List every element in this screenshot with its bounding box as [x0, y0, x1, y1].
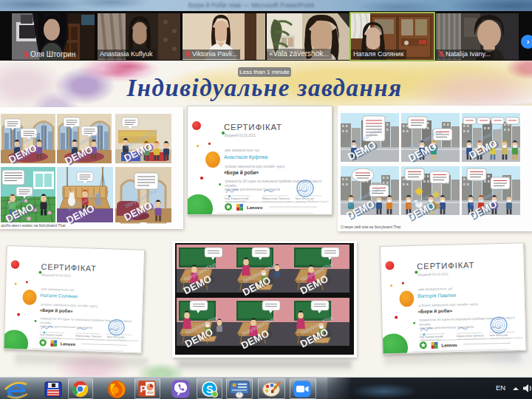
svg-text:керівниця експертної групи: керівниця експертної групи	[262, 200, 292, 203]
svg-text:Lenovo: Lenovo	[441, 343, 457, 348]
svg-text:Створи свій ком на Storyboard: Створи свій ком на Storyboard That	[341, 225, 401, 229]
svg-text:директор ТОВ Леново Україна: директор ТОВ Леново Україна	[296, 200, 329, 203]
svg-text:Lenovo: Lenovo	[247, 205, 263, 210]
svg-text:директор ТОВ Леново Україна: директор ТОВ Леново Україна	[490, 336, 523, 340]
svg-text:зроби квест-комікс на Storyboa: зроби квест-комікс на Storyboard That	[1, 223, 66, 228]
svg-text:Lenovo: Lenovo	[61, 341, 76, 347]
svg-text:P: P	[140, 383, 147, 395]
svg-text:співзасновник EdEra: співзасновник EdEra	[225, 200, 248, 203]
